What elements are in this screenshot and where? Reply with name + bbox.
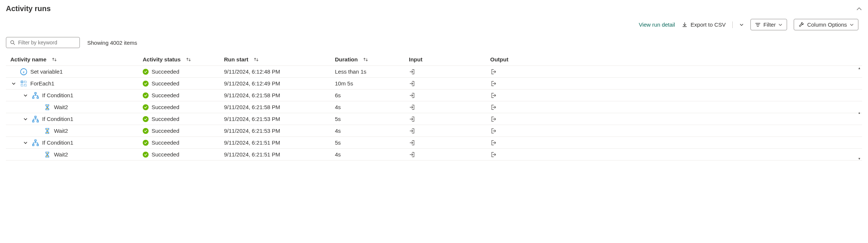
search-input[interactable] (17, 39, 76, 46)
success-icon (143, 92, 149, 98)
input-icon[interactable] (409, 92, 416, 99)
output-icon[interactable] (490, 151, 497, 158)
table-row[interactable]: Set variable1Succeeded9/11/2024, 6:12:48… (6, 66, 862, 78)
column-options-label: Column Options (807, 21, 847, 28)
chevron-down-icon (850, 23, 854, 27)
condition-icon (32, 115, 39, 123)
divider (732, 21, 733, 28)
column-options-button[interactable]: Column Options (794, 19, 858, 30)
status-text: Succeeded (152, 92, 179, 98)
chevron-down-icon (779, 23, 782, 27)
output-icon[interactable] (490, 68, 497, 75)
activity-name: Set variable1 (30, 68, 63, 75)
sort-icon[interactable] (363, 57, 368, 62)
success-icon (143, 81, 149, 87)
expand-chevron-icon[interactable] (22, 141, 29, 145)
success-icon (143, 69, 149, 75)
expand-chevron-icon[interactable] (22, 93, 29, 98)
run-start: 9/11/2024, 6:21:58 PM (224, 104, 280, 110)
sort-icon[interactable] (254, 57, 259, 62)
status-text: Succeeded (152, 116, 179, 122)
run-start: 9/11/2024, 6:21:53 PM (224, 116, 280, 122)
activity-runs-table: Activity name Activity status Run start … (6, 53, 862, 161)
status-text: Succeeded (152, 104, 179, 110)
input-icon[interactable] (409, 116, 416, 122)
condition-icon (32, 139, 39, 146)
duration: Less than 1s (335, 68, 366, 75)
input-icon[interactable] (409, 68, 416, 75)
expand-chevron-icon[interactable] (10, 81, 17, 86)
status-text: Succeeded (152, 128, 179, 134)
col-run-start[interactable]: Run start (224, 56, 248, 63)
input-icon[interactable] (409, 80, 416, 87)
duration: 4s (335, 104, 341, 110)
foreach-icon (20, 80, 27, 87)
success-icon (143, 116, 149, 122)
activity-name: Wait2 (54, 128, 68, 134)
view-run-detail-link[interactable]: View run detail (639, 21, 675, 28)
download-icon (682, 22, 688, 28)
showing-count: Showing 4002 items (87, 40, 137, 46)
output-icon[interactable] (490, 139, 497, 146)
wrench-icon (799, 22, 804, 27)
output-icon[interactable] (490, 116, 497, 122)
input-icon[interactable] (409, 139, 416, 146)
export-csv-label: Export to CSV (691, 21, 726, 28)
export-csv-button[interactable]: Export to CSV (682, 21, 726, 28)
output-icon[interactable] (490, 128, 497, 134)
input-icon[interactable] (409, 151, 416, 158)
duration: 5s (335, 139, 341, 146)
col-activity-status[interactable]: Activity status (143, 56, 181, 63)
input-icon[interactable] (409, 128, 416, 134)
status-text: Succeeded (152, 68, 179, 75)
page-title: Activity runs (6, 4, 51, 13)
filter-button[interactable]: Filter (750, 19, 787, 30)
output-icon[interactable] (490, 80, 497, 87)
export-dropdown-chevron-icon[interactable] (739, 23, 744, 27)
search-icon (10, 40, 15, 45)
svg-point-0 (11, 41, 14, 44)
run-start: 9/11/2024, 6:12:48 PM (224, 68, 280, 75)
duration: 4s (335, 151, 341, 158)
table-row[interactable]: Wait2Succeeded9/11/2024, 6:21:51 PM4s (6, 149, 862, 161)
table-row[interactable]: If Condition1Succeeded9/11/2024, 6:21:51… (6, 137, 862, 149)
activity-name: Wait2 (54, 104, 68, 110)
run-start: 9/11/2024, 6:21:51 PM (224, 151, 280, 158)
activity-name: If Condition1 (42, 139, 73, 146)
wait-icon (44, 104, 51, 111)
status-text: Succeeded (152, 151, 179, 158)
col-duration[interactable]: Duration (335, 56, 358, 63)
table-header: Activity name Activity status Run start … (6, 53, 862, 65)
activity-name: If Condition1 (42, 92, 73, 98)
col-activity-name[interactable]: Activity name (10, 56, 47, 63)
filter-label: Filter (763, 21, 776, 28)
collapse-panel-icon[interactable] (856, 6, 862, 12)
col-input[interactable]: Input (409, 56, 423, 63)
table-row[interactable]: ForEach1Succeeded9/11/2024, 6:12:49 PM10… (6, 78, 862, 90)
input-icon[interactable] (409, 104, 416, 111)
table-row[interactable]: Wait2Succeeded9/11/2024, 6:21:53 PM4s (6, 125, 862, 137)
sort-icon[interactable] (52, 57, 57, 62)
success-icon (143, 152, 149, 158)
duration: 5s (335, 116, 341, 122)
expand-chevron-icon[interactable] (22, 117, 29, 121)
table-row[interactable]: Wait2Succeeded9/11/2024, 6:21:58 PM4s (6, 101, 862, 113)
run-start: 9/11/2024, 6:12:49 PM (224, 80, 280, 87)
sort-icon[interactable] (186, 57, 191, 62)
variable-icon (20, 68, 27, 75)
wait-icon (44, 151, 51, 158)
output-icon[interactable] (490, 104, 497, 111)
table-row[interactable]: If Condition1Succeeded9/11/2024, 6:21:53… (6, 113, 862, 125)
success-icon (143, 140, 149, 146)
wait-icon (44, 127, 51, 135)
run-start: 9/11/2024, 6:21:53 PM (224, 128, 280, 134)
activity-name: ForEach1 (30, 80, 54, 87)
activity-name: If Condition1 (42, 116, 73, 122)
table-row[interactable]: If Condition1Succeeded9/11/2024, 6:21:58… (6, 90, 862, 101)
duration: 10m 5s (335, 80, 353, 87)
col-output[interactable]: Output (490, 56, 508, 63)
search-input-container[interactable] (6, 37, 80, 48)
run-start: 9/11/2024, 6:21:58 PM (224, 92, 280, 98)
run-start: 9/11/2024, 6:21:51 PM (224, 139, 280, 146)
output-icon[interactable] (490, 92, 497, 99)
